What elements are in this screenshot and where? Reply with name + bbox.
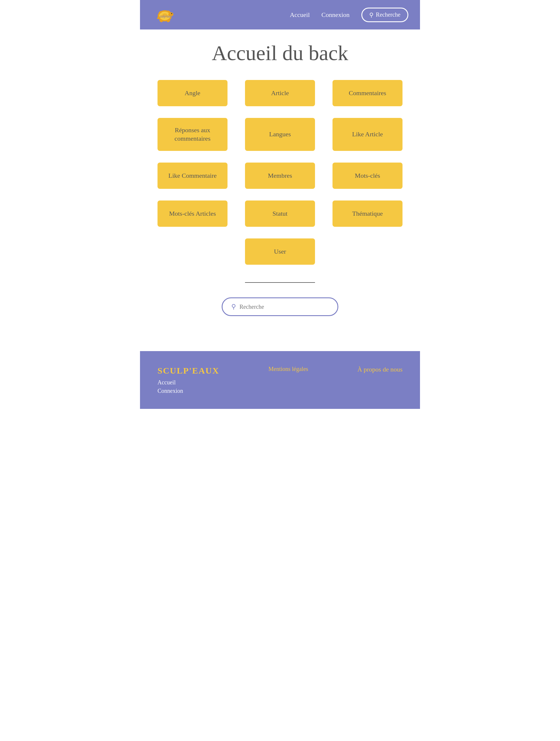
- header-search-button[interactable]: ⚲ Recherche: [362, 8, 408, 22]
- site-footer: SCULP'EAUX Accueil Connexion Mentions lé…: [140, 351, 420, 409]
- nav-connexion-link[interactable]: Connexion: [321, 11, 350, 19]
- btn-reponses[interactable]: Réponses aux commentaires: [158, 118, 228, 151]
- footer-links-left: Accueil Connexion: [158, 379, 219, 394]
- btn-like-article[interactable]: Like Article: [332, 118, 402, 151]
- btn-user-wrapper: User: [245, 239, 315, 265]
- btn-like-commentaire[interactable]: Like Commentaire: [158, 162, 228, 189]
- svg-text:culp'eaux: culp'eaux: [160, 14, 173, 18]
- logo-area: culp'eaux: [152, 5, 178, 24]
- main-nav: Accueil Connexion ⚲ Recherche: [290, 8, 408, 22]
- btn-mots-cles[interactable]: Mots-clés: [332, 162, 402, 189]
- footer-accueil-link[interactable]: Accueil: [158, 379, 219, 386]
- search-input[interactable]: [239, 304, 329, 310]
- footer-brand-name: SCULP'EAUX: [158, 366, 219, 376]
- search-bar: ⚲: [222, 297, 338, 316]
- footer-brand: SCULP'EAUX Accueil Connexion: [158, 366, 219, 394]
- search-icon: ⚲: [369, 11, 374, 18]
- footer-center: Mentions légales: [269, 366, 308, 373]
- admin-grid: Angle Article Commentaires Réponses aux …: [158, 80, 402, 265]
- site-header: culp'eaux Accueil Connexion ⚲ Recherche: [140, 0, 420, 29]
- footer-connexion-link[interactable]: Connexion: [158, 388, 219, 394]
- main-content: Accueil du back Angle Article Commentair…: [140, 29, 420, 351]
- logo-turtle: culp'eaux: [152, 5, 178, 24]
- btn-langues[interactable]: Langues: [245, 118, 315, 151]
- search-icon-main: ⚲: [231, 303, 236, 311]
- header-search-label: Recherche: [376, 11, 400, 18]
- btn-thematique[interactable]: Thématique: [332, 201, 402, 227]
- nav-accueil-link[interactable]: Accueil: [290, 11, 310, 19]
- btn-statut[interactable]: Statut: [245, 201, 315, 227]
- footer-about-link[interactable]: À propos de nous: [357, 366, 402, 373]
- footer-legal-link[interactable]: Mentions légales: [269, 366, 308, 372]
- btn-membres[interactable]: Membres: [245, 162, 315, 189]
- search-container: ⚲: [158, 297, 402, 316]
- btn-article[interactable]: Article: [245, 80, 315, 106]
- btn-angle[interactable]: Angle: [158, 80, 228, 106]
- btn-user[interactable]: User: [245, 239, 315, 265]
- footer-right: À propos de nous: [357, 366, 402, 373]
- btn-mots-cles-articles[interactable]: Mots-clés Articles: [158, 201, 228, 227]
- section-divider: [245, 282, 315, 283]
- page-title: Accueil du back: [158, 41, 402, 65]
- btn-commentaires[interactable]: Commentaires: [332, 80, 402, 106]
